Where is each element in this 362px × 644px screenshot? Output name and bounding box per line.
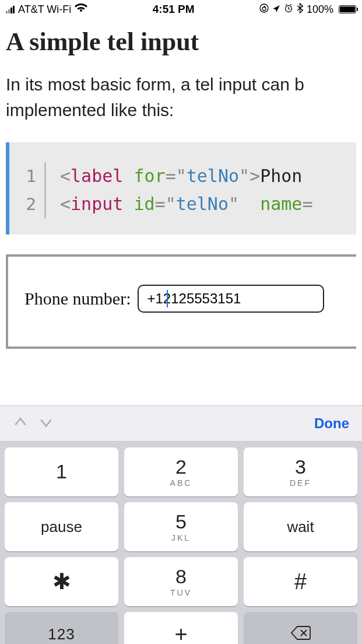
- code-text-2: <input id="telNo" name=: [46, 190, 313, 218]
- line-number: 2: [9, 191, 44, 218]
- key-3[interactable]: 3 DEF: [244, 447, 357, 496]
- key-8[interactable]: 8 TUV: [124, 557, 238, 606]
- battery-icon: [337, 5, 356, 13]
- signal-strength-icon: [6, 6, 15, 13]
- svg-point-0: [260, 4, 268, 12]
- rotation-lock-icon: [259, 4, 269, 16]
- intro-paragraph: In its most basic form, a tel input can …: [6, 72, 356, 123]
- page-content: A simple tel input In its most basic for…: [0, 19, 362, 349]
- keyboard-accessory-bar: Done: [0, 405, 362, 442]
- prev-field-arrow-icon[interactable]: [13, 415, 28, 432]
- bluetooth-icon: [297, 3, 303, 16]
- wifi-icon: [75, 4, 87, 16]
- key-pause[interactable]: pause: [5, 502, 118, 551]
- code-line-2: 2 <input id="telNo" name=: [9, 190, 356, 218]
- status-left: AT&T Wi-Fi: [6, 4, 87, 16]
- status-time: 4:51 PM: [153, 3, 195, 16]
- next-field-arrow-icon[interactable]: [38, 415, 54, 432]
- done-button[interactable]: Done: [314, 415, 349, 432]
- key-backspace[interactable]: [244, 612, 357, 644]
- carrier-label: AT&T Wi-Fi: [18, 4, 71, 16]
- tel-input-wrap[interactable]: [138, 285, 324, 313]
- alarm-clock-icon: [284, 4, 293, 16]
- tel-label: Phone number:: [24, 289, 131, 309]
- text-caret: [167, 290, 168, 307]
- key-plus[interactable]: +: [124, 612, 238, 644]
- key-star[interactable]: ✱: [5, 557, 118, 606]
- location-arrow-icon: [272, 4, 280, 16]
- key-2[interactable]: 2 ABC: [124, 447, 238, 496]
- page-title: A simple tel input: [6, 27, 356, 57]
- key-hash[interactable]: #: [244, 557, 357, 606]
- code-line-1: 1 <label for="telNo">Phon: [9, 162, 356, 190]
- battery-pct: 100%: [307, 4, 333, 16]
- backspace-icon: [290, 625, 311, 643]
- code-block: 1 <label for="telNo">Phon 2 <input id="t…: [6, 142, 356, 235]
- line-number: 1: [9, 163, 44, 190]
- code-text-1: <label for="telNo">Phon: [46, 162, 302, 190]
- key-mode-123[interactable]: 123: [5, 612, 118, 644]
- key-1[interactable]: 1: [5, 447, 118, 496]
- ios-status-bar: AT&T Wi-Fi 4:51 PM 100%: [0, 0, 362, 19]
- demo-box: Phone number:: [6, 254, 356, 349]
- status-right: 100%: [259, 3, 356, 16]
- tel-keyboard: 1 2 ABC 3 DEF pause 5 JKL wait ✱ 8 TUV: [0, 442, 362, 644]
- tel-input[interactable]: [138, 285, 324, 313]
- key-wait[interactable]: wait: [244, 502, 357, 551]
- key-5[interactable]: 5 JKL: [124, 502, 238, 551]
